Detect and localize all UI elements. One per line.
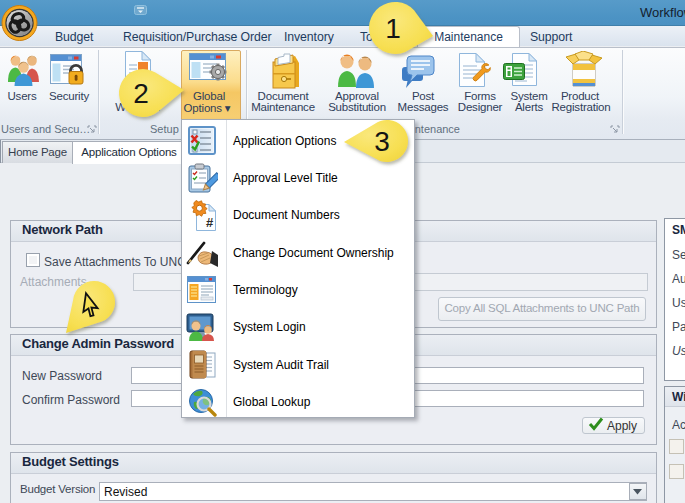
svg-text:2: 2 (133, 78, 149, 109)
svg-text:3: 3 (374, 126, 390, 157)
svg-text:1: 1 (385, 13, 401, 44)
